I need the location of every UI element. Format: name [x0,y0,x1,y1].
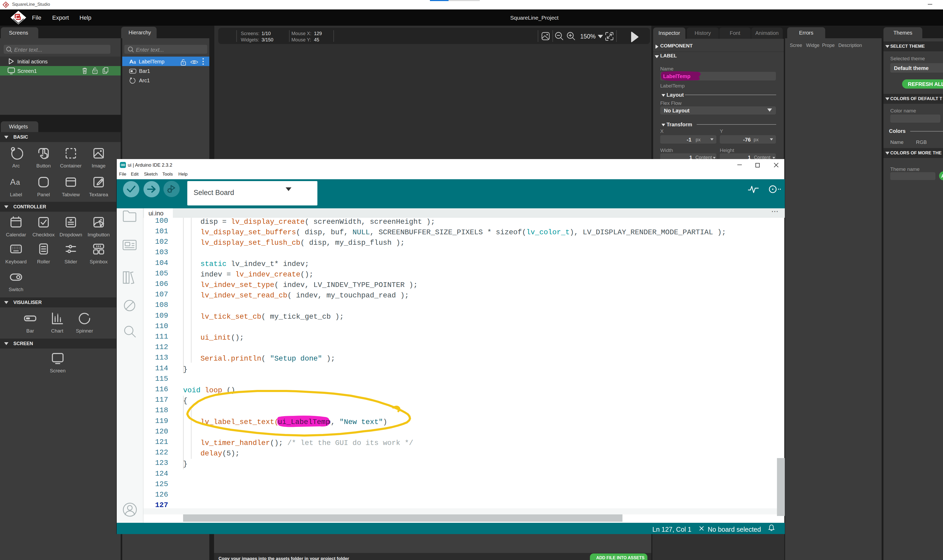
svg-text:A: A [10,177,16,186]
svg-text:a: a [16,178,20,186]
